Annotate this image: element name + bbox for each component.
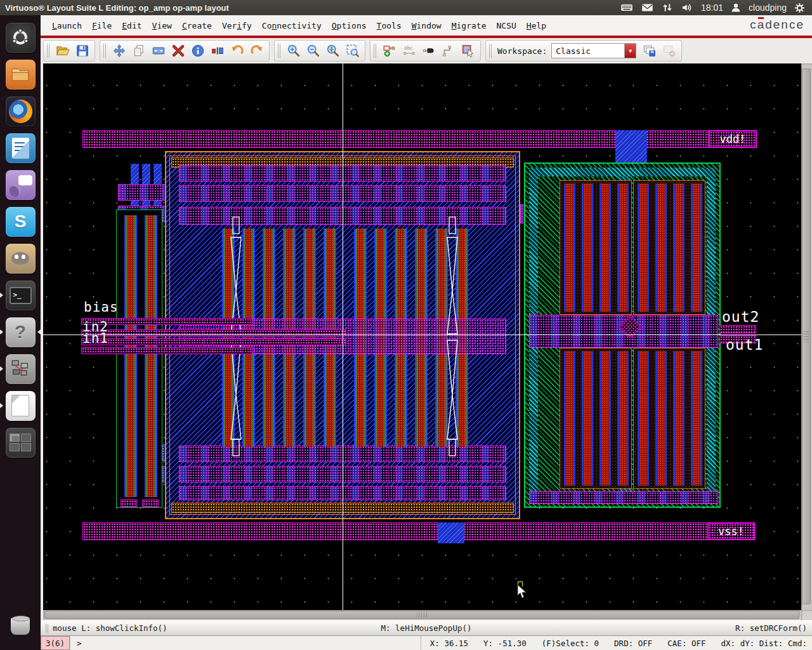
toolbar-group [43,40,95,62]
menu-migrate[interactable]: Migrate [447,19,492,32]
horizontal-scrollbar-thumb[interactable] [44,611,799,619]
poly-finger [691,351,702,486]
toolbar-create-path-button[interactable] [440,42,457,60]
create-path-icon [442,44,455,58]
launcher-terminal[interactable]: >_ [6,281,36,310]
create-instance-icon [383,44,396,58]
toolbar-zoom-fit-button[interactable] [324,42,342,60]
toolbar-save-button[interactable] [74,42,91,60]
toolbar-grip[interactable] [489,44,492,58]
workspace-select[interactable]: Classic ▼ [551,43,636,58]
mail-icon[interactable] [641,1,654,14]
layout-canvas[interactable]: vdd! vss! [43,63,801,610]
bias-transistor-block [116,209,162,508]
output-quadrant [633,180,705,315]
launcher-item [0,129,41,166]
toolbar-zoom-in-button[interactable] [285,42,303,60]
launcher-item [0,424,41,461]
menu-ncsu[interactable]: NCSU [491,19,521,32]
menu-verify[interactable]: Verify [217,19,257,32]
clock[interactable]: 18:01 [701,3,723,13]
menu-help[interactable]: Help [521,19,551,32]
launcher-layout-tool[interactable] [6,354,36,384]
volume-icon[interactable] [681,1,694,14]
menu-tools[interactable]: Tools [372,19,407,32]
toolbar-grip[interactable] [278,44,281,58]
output-quadrant [633,348,705,489]
x-coordinate: X: 36.15 [430,639,468,648]
vertical-scrollbar-thumb[interactable] [802,69,811,604]
toolbar-copy-button[interactable] [130,42,148,60]
launcher-skype[interactable]: S [6,207,36,237]
toolbar-undo-button[interactable] [228,42,246,60]
toolbar-grip[interactable] [103,44,107,58]
vdd-via-strap [615,130,647,164]
delete-workspace-icon [662,44,676,58]
command-history-count[interactable]: 3(6) [41,636,70,650]
poly-finger [638,183,649,312]
zoom-in-icon [287,44,301,58]
toolbar-save-workspace-button[interactable] [641,42,658,60]
toolbar-grip[interactable] [47,44,50,58]
launcher-pidgin[interactable] [6,170,36,200]
align-icon [211,44,225,58]
menu-launch[interactable]: Launch [47,19,87,32]
launcher-trash[interactable] [0,609,41,642]
menu-connectivity[interactable]: Connectivity [257,19,327,32]
vss-pin-label: vss! [707,522,755,540]
toolbar-zoom-area-button[interactable] [344,42,362,60]
launcher-gimp[interactable] [6,244,36,274]
launcher-workspace-switcher[interactable] [6,428,36,458]
pin-marker-bowtie [446,216,459,457]
launcher-item: ? [0,314,41,350]
toolbar-properties-button[interactable] [189,42,207,60]
vss-via-strap [438,522,464,543]
bias-label: bias [84,300,119,315]
workspace-value: Classic [552,46,624,56]
toolbar-stretch-button[interactable] [150,42,167,60]
toolbar-create-instance-button[interactable] [381,42,398,60]
launcher-help[interactable]: ? [6,317,36,347]
network-arrows-icon[interactable] [661,1,674,14]
toolbar-zoom-out-button[interactable] [304,42,322,60]
launcher-libreoffice-writer[interactable] [6,133,36,163]
menu-file[interactable]: File [87,19,117,32]
in2-wire [81,329,346,336]
menu-create[interactable]: Create [177,19,217,32]
poly-finger [599,183,611,312]
toolbar-redo-button[interactable] [248,42,266,60]
in1-label: in1 [82,331,108,346]
vss-rail [82,522,754,540]
menu-window[interactable]: Window [407,19,447,32]
keyboard-icon[interactable] [620,1,634,14]
toolbar-align-button[interactable] [209,42,226,60]
save-icon [75,44,89,58]
launcher-firefox[interactable] [6,96,36,126]
toolbar-grip[interactable] [374,44,377,58]
toolbar-create-label-button[interactable]: abc [400,42,418,60]
toolbar-delete-button[interactable] [169,42,187,60]
running-indicator-arrow [0,293,6,298]
settings-gear-icon[interactable] [794,2,806,14]
menu-edit[interactable]: Edit [117,19,147,32]
chevron-down-icon[interactable]: ▼ [624,44,636,58]
cadence-logo: cadence [750,18,804,32]
toolbar-create-pin-button[interactable] [420,42,438,60]
launcher-ubuntu-dash[interactable] [6,23,36,53]
toolbar-select-mode-button[interactable] [459,42,477,60]
username[interactable]: cloudping [749,3,787,13]
horizontal-scrollbar[interactable] [43,610,801,620]
menu-view[interactable]: View [147,19,177,32]
toolbar-move-button[interactable] [110,42,128,60]
select-mode-icon [461,44,475,58]
menu-options[interactable]: Options [327,19,372,32]
toolbar-open-button[interactable] [54,42,72,60]
command-prompt[interactable]: > [70,636,88,650]
launcher-files[interactable] [6,60,36,90]
undo-icon [230,44,244,58]
vertical-scrollbar[interactable] [801,63,812,610]
launcher-blank-file[interactable] [6,391,36,421]
trash-icon [11,618,30,635]
statusbar-grip[interactable] [46,624,49,633]
menubar: LaunchFileEditViewCreateVerifyConnectivi… [41,15,812,36]
